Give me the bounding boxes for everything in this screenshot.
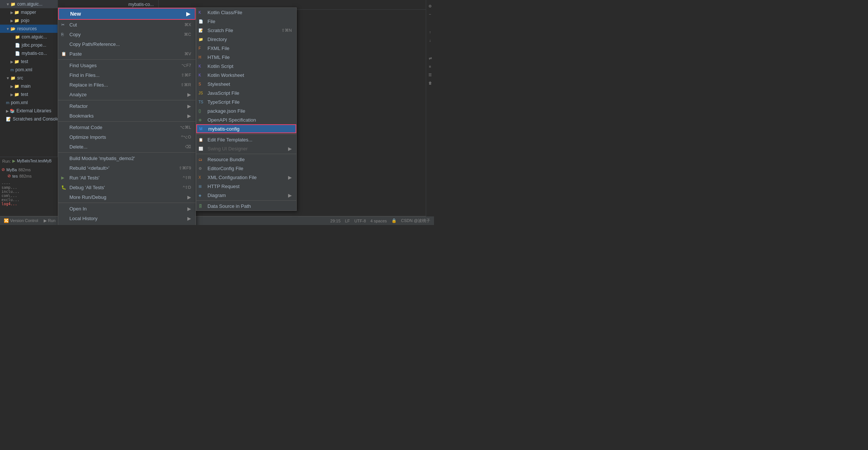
- menu-item-reformat-code[interactable]: Reformat Code ⌥⌘L: [58, 122, 196, 132]
- tree-item-jdbc[interactable]: 📄 jdbc.prope...: [0, 41, 57, 49]
- result-time: 882ms: [19, 174, 32, 178]
- submenu-package-json[interactable]: {} package.json File: [196, 106, 296, 115]
- expand-arrow: ▶: [6, 109, 9, 113]
- run-result-myba: ⊘ MyBa 882ms: [1, 166, 56, 173]
- shortcut-label: ⇧⌘N: [281, 28, 292, 33]
- shortcut-label: ^⇧R: [183, 175, 191, 180]
- scroll-down-button[interactable]: ↓: [427, 37, 433, 43]
- tree-item-resources[interactable]: ▼ 📂 resources: [0, 25, 57, 33]
- menu-item-refactor[interactable]: Refactor ▶: [58, 101, 196, 111]
- menu-item-reload-from-disk[interactable]: Reload from Disk: [58, 223, 196, 225]
- tree-item-com-atguic[interactable]: 📁 com.atguic...: [0, 33, 57, 41]
- submenu-typescript[interactable]: TS TypeScript File: [196, 97, 296, 106]
- debug-icon: 🐛: [61, 185, 66, 190]
- openapi-icon: ⊕: [199, 118, 202, 122]
- folder-open-icon: 📂: [10, 26, 16, 31]
- menu-item-find-in-files[interactable]: Find in Files... ⇧⌘F: [58, 70, 196, 80]
- submenu-item-label: File: [207, 19, 215, 24]
- tree-item-com[interactable]: ▼ 📁 com.atguic...: [0, 0, 57, 8]
- tree-item-scratches[interactable]: 📝 Scratches and Consoles: [0, 115, 57, 123]
- submenu-stylesheet[interactable]: S Stylesheet: [196, 79, 296, 88]
- version-control-button[interactable]: 🔀 Version Control: [4, 218, 38, 223]
- tree-item-src[interactable]: ▼ 📁 src: [0, 74, 57, 82]
- tree-item-label: main: [21, 84, 31, 89]
- menu-item-analyze[interactable]: Analyze ▶: [58, 90, 196, 99]
- menu-item-copy[interactable]: ⎘ Copy ⌘C: [58, 29, 196, 39]
- menu-item-more-run[interactable]: More Run/Debug ▶: [58, 192, 196, 202]
- submenu-diagram[interactable]: ◈ Diagram ▶: [196, 191, 296, 200]
- scratch-icon: 📝: [199, 28, 203, 32]
- tree-item-pom2[interactable]: m pom.xml: [0, 99, 57, 107]
- submenu-http-request[interactable]: ⊞ HTTP Request: [196, 182, 296, 191]
- datasource-icon: 🗄: [199, 204, 202, 208]
- tree-item-test2[interactable]: ▶ 📁 test: [0, 90, 57, 99]
- menu-item-open-in[interactable]: Open In ▶: [58, 204, 196, 213]
- submenu-kotlin-class[interactable]: K Kotlin Class/File: [196, 8, 296, 17]
- submenu-file[interactable]: 📄 File: [196, 17, 296, 26]
- tool-btn-4[interactable]: 🗑: [427, 80, 433, 86]
- submenu-item-label: HTTP Request: [207, 184, 240, 189]
- submenu-directory[interactable]: 📁 Directory: [196, 35, 296, 44]
- menu-item-find-usages[interactable]: Find Usages ⌥F7: [58, 60, 196, 70]
- submenu-divider-1: [196, 134, 296, 134]
- tool-btn-3[interactable]: ☰: [427, 72, 433, 78]
- html-icon: H: [199, 55, 201, 59]
- submenu-arrow: ▶: [187, 103, 191, 109]
- menu-divider-1: [58, 59, 196, 60]
- submenu-mybatis-config[interactable]: M mybatis-config: [196, 124, 296, 133]
- gear-button[interactable]: ⚙: [427, 3, 433, 9]
- menu-item-bookmarks[interactable]: Bookmarks ▶: [58, 111, 196, 121]
- cursor-position[interactable]: 29:15: [330, 219, 341, 223]
- menu-item-replace-in-files[interactable]: Replace in Files... ⇧⌘R: [58, 80, 196, 90]
- submenu-fxml[interactable]: F FXML File: [196, 44, 296, 53]
- submenu-item-label: HTML File: [207, 54, 230, 60]
- tree-item-main[interactable]: ▶ 📁 main: [0, 82, 57, 90]
- submenu-xml-config[interactable]: X XML Configuration File ▶: [196, 173, 296, 182]
- line-separator[interactable]: LF: [345, 219, 350, 223]
- menu-item-rebuild[interactable]: Rebuild '<default>' ⇧⌘F9: [58, 163, 196, 173]
- submenu-html[interactable]: H HTML File: [196, 53, 296, 62]
- menu-divider-2: [58, 100, 196, 100]
- pom-icon: m: [6, 100, 9, 105]
- submenu-kotlin-worksheet[interactable]: K Kotlin Worksheet: [196, 71, 296, 79]
- run-button[interactable]: ▶ Run: [44, 218, 55, 223]
- diagram-icon: ◈: [199, 193, 202, 197]
- menu-item-new[interactable]: New ▶: [58, 8, 196, 20]
- tool-btn-2[interactable]: ≡: [427, 63, 433, 69]
- menu-item-debug-all-tests[interactable]: 🐛 Debug 'All Tests' ^⇧D: [58, 182, 196, 192]
- submenu-divider-2: [196, 154, 296, 154]
- swing-icon: ⬜: [199, 147, 203, 151]
- minimize-button[interactable]: −: [427, 11, 433, 17]
- submenu-openapi[interactable]: ⊕ OpenAPI Specification: [196, 115, 296, 124]
- scratches-icon: 📝: [6, 117, 11, 122]
- submenu-edit-templates[interactable]: 📋 Edit File Templates...: [196, 135, 296, 144]
- submenu-item-label: Swing UI Designer: [207, 146, 248, 151]
- menu-item-paste[interactable]: 📋 Paste ⌘V: [58, 49, 196, 59]
- submenu-javascript[interactable]: JS JavaScript File: [196, 88, 296, 97]
- submenu-scratch-file[interactable]: 📝 Scratch File ⇧⌘N: [196, 26, 296, 35]
- menu-item-run-all-tests[interactable]: ▶ Run 'All Tests' ^⇧R: [58, 173, 196, 182]
- menu-item-copy-path[interactable]: Copy Path/Reference...: [58, 39, 196, 49]
- tool-btn-1[interactable]: ⇌: [427, 55, 433, 61]
- menu-item-build-module[interactable]: Build Module 'mybatis_demo2': [58, 153, 196, 163]
- submenu-resource-bundle[interactable]: 🗂 Resource Bundle: [196, 155, 296, 164]
- encoding[interactable]: UTF-8: [354, 219, 366, 223]
- folder-icon: 📁: [14, 10, 19, 15]
- submenu-editorconfig[interactable]: ⚙ EditorConfig File: [196, 164, 296, 173]
- tree-item-mybatis[interactable]: 📄 mybatis-co...: [0, 49, 57, 57]
- tree-item-pom[interactable]: m pom.xml: [0, 66, 57, 74]
- submenu-data-source[interactable]: 🗄 Data Source in Path: [196, 201, 296, 210]
- indent-setting[interactable]: 4 spaces: [371, 219, 387, 223]
- menu-item-delete[interactable]: Delete... ⌫: [58, 142, 196, 151]
- tree-item-pojo[interactable]: ▶ 📁 pojo: [0, 16, 57, 25]
- menu-item-local-history[interactable]: Local History ▶: [58, 213, 196, 223]
- scroll-up-button[interactable]: ↑: [427, 29, 433, 35]
- menu-item-cut[interactable]: ✂ Cut ⌘X: [58, 20, 196, 29]
- log-output: ---- samp... inclu... com\... exclu... l…: [1, 181, 56, 206]
- tree-item-mapper[interactable]: ▶ 📁 mapper: [0, 8, 57, 16]
- menu-item-label: Run 'All Tests': [69, 175, 100, 181]
- tree-item-external[interactable]: ▶ 📚 External Libraries: [0, 107, 57, 115]
- menu-item-optimize-imports[interactable]: Optimize Imports ^⌥O: [58, 132, 196, 142]
- tree-item-test[interactable]: ▶ 📁 test: [0, 57, 57, 66]
- submenu-kotlin-script[interactable]: K Kotlin Script: [196, 62, 296, 71]
